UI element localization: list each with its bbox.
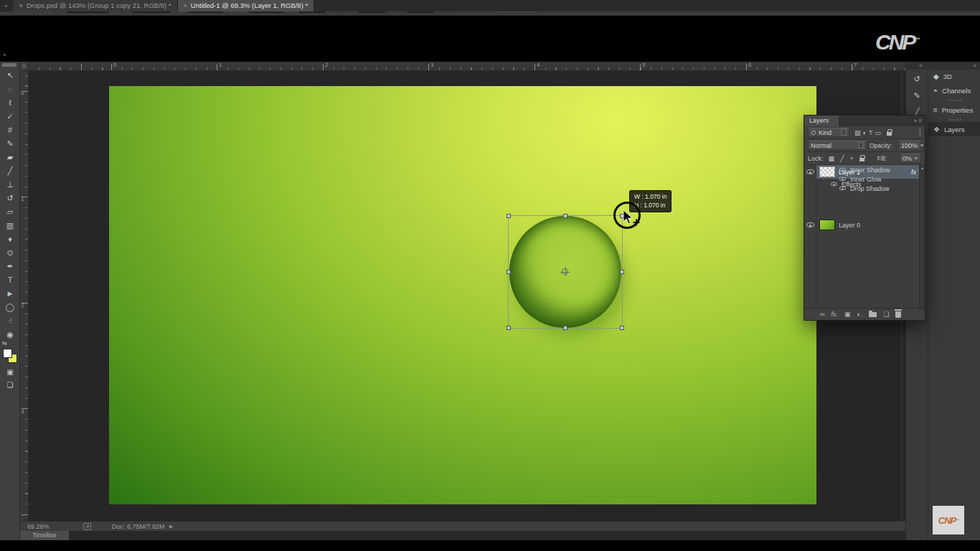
shape-tool-icon[interactable]: ◯ — [0, 301, 20, 314]
layer-row-layer-0[interactable]: Layer 0 — [804, 218, 919, 232]
dock-button-properties[interactable]: ≡ Properties — [928, 103, 980, 117]
screen-mode-icon[interactable]: ❏ — [0, 379, 20, 392]
fill-field[interactable]: 0% — [900, 154, 921, 163]
blur-tool-icon[interactable]: ♦ — [0, 232, 20, 246]
eraser-tool-icon[interactable]: ▱ — [0, 205, 20, 219]
transform-handle-right[interactable] — [620, 270, 624, 274]
filter-adjustment-layers-icon[interactable]: ◐ — [863, 129, 867, 136]
layers-scrollbar[interactable]: ▴ — [919, 165, 925, 309]
transform-center-point[interactable] — [562, 268, 568, 275]
timeline-tab[interactable]: Timeline — [20, 531, 69, 540]
zoom-level-field[interactable]: 69.28% — [27, 522, 50, 532]
eyedropper-tool-icon[interactable]: ✎ — [0, 137, 20, 151]
swap-colors-icon[interactable]: ⇆ — [2, 340, 7, 347]
layer-mask-icon[interactable]: ▣ — [844, 311, 851, 318]
transform-handle-bottom-left[interactable] — [507, 326, 511, 330]
layer-0-thumbnail[interactable] — [819, 220, 835, 230]
scroll-up-icon[interactable]: ▴ — [921, 166, 923, 170]
lock-pixels-icon[interactable]: ╱ — [840, 155, 844, 162]
transform-handle-left[interactable] — [507, 270, 511, 274]
hand-tool-icon[interactable]: ☝ — [0, 314, 20, 328]
eye-icon[interactable] — [839, 187, 846, 191]
type-tool-icon[interactable]: T — [0, 273, 20, 287]
filter-smart-object-icon[interactable] — [887, 132, 892, 136]
horizontal-ruler[interactable]: 01234567 — [29, 62, 905, 71]
gradient-tool-icon[interactable]: ▥ — [0, 219, 20, 232]
eye-icon[interactable] — [839, 168, 846, 172]
pen-tool-icon[interactable]: ✒ — [0, 260, 20, 273]
blend-mode-value: Normal — [811, 142, 831, 149]
foreground-color-swatch[interactable] — [3, 349, 12, 358]
move-tool-icon[interactable]: ↖ — [0, 69, 20, 83]
tab-label: Untitled-1 @ 69.3% (Layer 1, RGB/8) * — [191, 0, 308, 11]
crop-tool-icon[interactable]: # — [0, 123, 20, 137]
adjustment-layer-icon[interactable]: ◐. — [857, 311, 862, 318]
transform-handle-bottom-right[interactable] — [620, 326, 624, 330]
layer-name[interactable]: Layer 0 — [839, 222, 860, 229]
vertical-ruler[interactable]: 0123 — [20, 71, 29, 521]
tab-overflow-icon[interactable]: » — [0, 3, 13, 11]
dock-group-grip[interactable] — [948, 100, 961, 101]
toolbar-grip[interactable] — [2, 63, 17, 67]
healing-brush-tool-icon[interactable]: ▰ — [0, 151, 20, 164]
dock-button-channels[interactable]: ◓ Channels — [928, 83, 980, 98]
lasso-tool-icon[interactable]: ℓ — [0, 96, 20, 110]
opacity-field[interactable]: 100% — [898, 141, 921, 150]
close-icon[interactable]: × — [19, 0, 22, 11]
document-size-info[interactable]: Doc: 6.75M/7.82M — [112, 522, 165, 532]
delete-layer-icon[interactable] — [895, 311, 901, 318]
toolbar-expand-icon[interactable]: » — [3, 52, 6, 58]
history-panel-icon[interactable]: ↺ — [906, 71, 928, 88]
history-brush-tool-icon[interactable]: ↺ — [0, 192, 20, 205]
lock-position-icon[interactable]: + — [849, 155, 853, 162]
eye-slot[interactable] — [804, 222, 816, 227]
transform-handle-bottom[interactable] — [563, 326, 567, 330]
new-layer-icon[interactable]: ❏ — [883, 311, 889, 318]
collapse-panel-icon[interactable]: » — [914, 118, 917, 124]
effect-row[interactable]: Drop Shadow — [804, 184, 925, 193]
path-selection-tool-icon[interactable]: ► — [0, 287, 20, 301]
filter-pixel-layers-icon[interactable]: ▨ — [854, 129, 861, 136]
layers-panel-header: Layers » ≡ — [804, 116, 925, 126]
eye-icon[interactable] — [839, 177, 846, 182]
dock-button-3d[interactable]: ◆ 3D — [928, 69, 980, 83]
dock-group-grip[interactable] — [948, 119, 961, 121]
link-layers-icon[interactable]: ∞ — [820, 311, 824, 318]
filter-type-layers-icon[interactable]: T — [869, 129, 873, 136]
effect-row[interactable]: Inner Glow — [804, 174, 925, 184]
new-group-icon[interactable] — [869, 312, 877, 317]
filter-shape-layers-icon[interactable]: ▭ — [875, 129, 881, 136]
marquee-tool-icon[interactable]: ◌ — [0, 83, 20, 96]
collapse-dock-icon[interactable]: « — [919, 62, 922, 70]
quick-mask-icon[interactable]: ▣ — [0, 366, 20, 379]
clone-stamp-tool-icon[interactable]: ⊥ — [0, 178, 20, 192]
brush-tool-icon[interactable]: ╱ — [0, 164, 20, 178]
layer-style-icon[interactable]: fx. — [831, 311, 838, 318]
dodge-tool-icon[interactable]: ⊙ — [0, 246, 20, 260]
status-bar: 69.28% ↗ Doc: 6.75M/7.82M ▶ — [20, 521, 905, 531]
layers-panel-tab[interactable]: Layers — [804, 116, 839, 126]
dock-button-layers[interactable]: ❖ Layers — [928, 122, 980, 136]
lock-all-icon[interactable] — [859, 158, 864, 161]
share-icon[interactable]: ↗ — [83, 523, 91, 530]
transform-handle-top[interactable] — [563, 214, 567, 218]
transform-handle-top-left[interactable] — [507, 214, 511, 218]
close-icon[interactable]: × — [184, 0, 187, 11]
tool-presets-panel-icon[interactable]: ✎ — [906, 88, 928, 104]
effect-row[interactable]: Inner Shadow — [804, 165, 925, 174]
filter-toggle-switch[interactable] — [919, 129, 921, 136]
status-expand-icon[interactable]: ▶ — [169, 522, 173, 532]
filter-icons: ▨◐T▭ — [852, 129, 881, 136]
lock-transparency-icon[interactable]: ▦ — [829, 155, 835, 162]
canvas[interactable] — [109, 86, 816, 504]
tab-drops-psd[interactable]: × Drops.psd @ 143% (Group 1 copy 21, RGB… — [13, 0, 177, 11]
ruler-origin-box[interactable] — [20, 62, 29, 71]
transform-bounding-box[interactable] — [508, 215, 623, 329]
blend-mode-dropdown[interactable]: Normal — [808, 141, 867, 150]
quick-selection-tool-icon[interactable]: ✓ — [0, 110, 20, 123]
eye-icon[interactable] — [806, 222, 814, 227]
tab-untitled-1[interactable]: × Untitled-1 @ 69.3% (Layer 1, RGB/8) * — [178, 0, 315, 11]
blend-mode-row: Normal Opacity: 100% — [804, 139, 925, 152]
panel-menu-icon[interactable]: ≡ — [918, 118, 922, 124]
filter-kind-dropdown[interactable]: Kind — [808, 128, 849, 137]
